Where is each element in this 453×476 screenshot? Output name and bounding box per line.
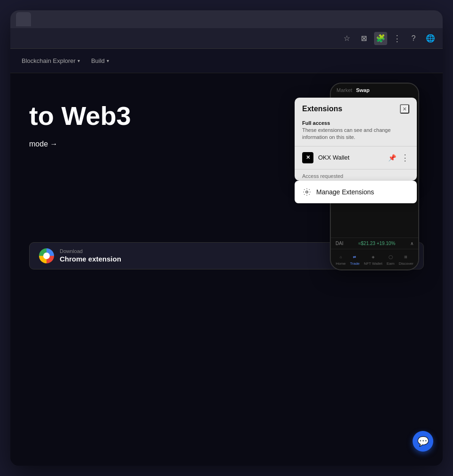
pin-icon[interactable]: 📌 (388, 154, 396, 161)
puzzle-icon[interactable]: 🧩 (374, 32, 387, 45)
browser-tab[interactable] (16, 12, 31, 26)
chat-icon: 💬 (417, 436, 429, 447)
trade-icon: ⇄ (351, 253, 359, 261)
question-icon[interactable]: ? (407, 32, 420, 45)
popup-title: Extensions (302, 105, 342, 113)
popup-close-button[interactable]: × (400, 104, 409, 114)
phone-nav-trade[interactable]: ⇄ Trade (350, 253, 360, 266)
popup-header: Extensions × (295, 98, 417, 118)
full-access-title: Full access (295, 118, 417, 127)
phone-bottom-nav: ⌂ Home ⇄ Trade ◈ NFT Wallet ◯ (331, 249, 418, 269)
gear-icon (302, 187, 312, 197)
balance-amount: ≈$21.23 +19.10% (359, 241, 396, 246)
phone-top-bar: Market Swap (331, 84, 418, 95)
browser-toolbar: ☆ ⊠ 🧩 ⋮ ? 🌐 (10, 28, 443, 49)
nav-build-label: Build (91, 57, 105, 64)
nav-discover-label: Discover (398, 261, 413, 266)
phone-tab-market[interactable]: Market (336, 87, 352, 93)
nft-icon: ◈ (369, 253, 377, 261)
download-label: Download (60, 248, 121, 254)
download-title: Chrome extension (60, 255, 121, 263)
browser-top-bar (10, 10, 443, 28)
site-nav: Blockchain Explorer ▾ Build ▾ (10, 49, 443, 73)
phone-nav-discover[interactable]: ⊞ Discover (398, 253, 413, 266)
phone-nav-earn[interactable]: ◯ Earn (387, 253, 395, 266)
hero-mode-text: mode → (29, 140, 57, 148)
browser-window: ☆ ⊠ 🧩 ⋮ ? 🌐 Blockchain Explorer ▾ Build … (10, 10, 443, 466)
extensions-close-icon[interactable]: ⊠ (357, 32, 370, 45)
manage-extensions-item[interactable]: Manage Extensions (295, 181, 417, 203)
chrome-icon (39, 248, 54, 263)
download-button-text: Download Chrome extension (60, 248, 121, 263)
hero-title-text: to Web3 (29, 101, 131, 131)
nav-trade-label: Trade (350, 261, 360, 266)
chat-bubble-button[interactable]: 💬 (413, 431, 433, 452)
globe-icon[interactable]: 🌐 (424, 32, 437, 45)
phone-balance-bar: DAI ≈$21.23 +19.10% ∧ (331, 238, 418, 249)
nav-nft-label: NFT Wallet (364, 261, 383, 266)
extension-more-button[interactable]: ⋮ (401, 153, 409, 163)
more-menu-button[interactable]: ⋮ (391, 31, 403, 46)
chevron-down-icon: ▾ (78, 58, 80, 63)
website-content: Blockchain Explorer ▾ Build ▾ to Web3 mo… (10, 49, 443, 466)
balance-token: DAI (336, 241, 344, 246)
balance-chevron: ∧ (410, 241, 414, 246)
access-requested-label: Access requested (295, 169, 417, 181)
earn-icon: ◯ (387, 253, 394, 261)
bookmark-icon[interactable]: ☆ (340, 32, 353, 45)
nav-earn-label: Earn (387, 261, 395, 266)
extension-item-okx: ✕ OKX Wallet 📌 ⋮ (295, 146, 417, 169)
nav-blockchain-label: Blockchain Explorer (22, 57, 76, 64)
phone-tab-swap[interactable]: Swap (356, 87, 370, 93)
okx-extension-icon: ✕ (302, 152, 313, 163)
chevron-down-icon-2: ▾ (107, 58, 109, 63)
hero-section: to Web3 mode → Download Chrome extension… (10, 73, 443, 204)
phone-nav-nft[interactable]: ◈ NFT Wallet (364, 253, 383, 266)
extensions-popup: Extensions × Full access These extension… (295, 98, 417, 181)
nav-blockchain-explorer[interactable]: Blockchain Explorer ▾ (22, 57, 80, 64)
full-access-desc: These extensions can see and change info… (295, 127, 417, 146)
extension-name: OKX Wallet (318, 154, 383, 161)
svg-point-0 (306, 191, 308, 193)
phone-nav-home[interactable]: ⌂ Home (336, 253, 345, 266)
manage-extensions-label: Manage Extensions (316, 188, 374, 196)
nav-home-label: Home (336, 261, 345, 266)
nav-build[interactable]: Build ▾ (91, 57, 109, 64)
discover-icon: ⊞ (402, 253, 410, 261)
home-icon: ⌂ (337, 253, 344, 261)
